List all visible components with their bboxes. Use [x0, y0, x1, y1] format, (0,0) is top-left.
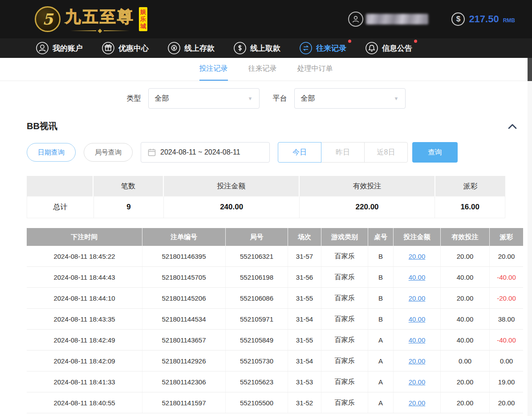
last-8-days-button[interactable]: 近8日 — [364, 142, 408, 163]
date-query-button[interactable]: 日期查询 — [27, 143, 76, 162]
payout: 20.00 — [490, 392, 523, 413]
payout: 20.00 — [490, 246, 523, 266]
table-no: A — [368, 330, 394, 350]
scrollbar[interactable] — [528, 58, 532, 416]
topbar-right: $ 217.50 RMB — [348, 12, 515, 27]
type-filter: 类型 全部 ▼ — [127, 88, 260, 109]
session: 31-53 — [288, 371, 321, 392]
col-header-valid-bet: 有效投注 — [441, 228, 490, 246]
search-button[interactable]: 查询 — [412, 142, 458, 163]
table-row: 2024-08-11 18:45:22521801146395552106321… — [27, 246, 523, 267]
bet-table-body: 2024-08-11 18:45:22521801146395552106321… — [27, 246, 523, 413]
valid-bet: 40.00 — [441, 309, 490, 329]
nav-item-deposit[interactable]: 线上存款 — [167, 41, 215, 55]
bet-time: 2024-08-11 18:40:55 — [27, 392, 142, 413]
balance[interactable]: $ 217.50 RMB — [451, 12, 515, 26]
tab-bet-records[interactable]: 投注记录 — [199, 58, 228, 81]
tab-processing-orders[interactable]: 处理中订单 — [297, 58, 333, 81]
withdraw-icon — [233, 41, 247, 55]
bet-table-header: 下注时间注单编号局号场次游戏类别桌号投注金额有效投注派彩 — [27, 228, 523, 246]
col-header-table-no: 桌号 — [368, 228, 394, 246]
col-header-payout: 派彩 — [490, 228, 523, 246]
payout: 0.00 — [490, 351, 523, 371]
valid-bet: 40.00 — [441, 267, 490, 287]
today-button[interactable]: 今日 — [278, 142, 321, 163]
platform-select[interactable]: 全部 ▼ — [294, 88, 406, 109]
bet-amount[interactable]: 40.00 — [394, 309, 441, 329]
bet-amount[interactable]: 20.00 — [394, 351, 441, 371]
payout: 38.00 — [490, 309, 523, 329]
summary-valid-bet-value: 220.00 — [300, 196, 435, 218]
type-select[interactable]: 全部 ▼ — [148, 88, 260, 109]
platform-filter: 平台 全部 ▼ — [273, 88, 406, 109]
valid-bet: 20.00 — [441, 392, 490, 413]
transfer-icon — [299, 41, 313, 55]
section-head: BB视讯 — [0, 120, 532, 132]
bet-amount[interactable]: 20.00 — [394, 371, 441, 392]
game-type: 百家乐 — [321, 392, 368, 413]
round-id: 552106198 — [226, 267, 288, 287]
nav-item-my-account[interactable]: 我的账户 — [36, 41, 83, 55]
emblem-glyph: 5 — [42, 10, 53, 28]
bet-time: 2024-08-11 18:45:22 — [27, 246, 142, 266]
col-header-round-id: 局号 — [226, 228, 288, 246]
bet-id: 521801142306 — [142, 371, 226, 392]
bet-amount[interactable]: 40.00 — [394, 267, 441, 287]
bet-time: 2024-08-11 18:42:09 — [27, 351, 142, 371]
table-no: A — [368, 392, 394, 413]
session: 31-57 — [288, 246, 321, 266]
filter-row: 类型 全部 ▼ 平台 全部 ▼ — [0, 88, 532, 109]
summary-payout-value: 16.00 — [435, 196, 505, 218]
bet-time: 2024-08-11 18:42:49 — [27, 330, 142, 350]
summary-header-valid-bet: 有效投注 — [300, 176, 435, 196]
session: 31-54 — [288, 309, 321, 329]
bet-amount[interactable]: 20.00 — [394, 246, 441, 266]
type-select-value: 全部 — [155, 94, 169, 103]
user-icon — [36, 41, 49, 55]
bell-icon — [365, 41, 378, 55]
game-type: 百家乐 — [321, 371, 368, 392]
table-row: 2024-08-11 18:44:10521801145206552106086… — [27, 288, 523, 309]
deposit-icon — [167, 41, 181, 55]
table-row: 2024-08-11 18:42:49521801143657552105849… — [27, 330, 523, 351]
session: 31-54 — [288, 351, 321, 371]
round-id: 552105849 — [226, 330, 288, 350]
collapse-section-button[interactable] — [508, 124, 517, 129]
query-controls: 日期查询 局号查询 2024-08-11 ~ 2024-08-11 今日 昨日 … — [0, 142, 532, 163]
summary-header-blank — [27, 176, 93, 196]
nav-item-transaction-records[interactable]: 往来记录 — [299, 41, 346, 55]
dollar-icon: $ — [451, 12, 465, 26]
bet-time: 2024-08-11 18:44:43 — [27, 267, 142, 287]
nav-item-promotions[interactable]: 优惠中心 — [102, 41, 149, 55]
nav-item-withdraw[interactable]: 线上取款 — [233, 41, 280, 55]
logo[interactable]: 5 九五至尊 娱乐城 — [35, 6, 147, 33]
logo-flourish — [70, 29, 130, 33]
user-account[interactable] — [348, 12, 428, 27]
nav-label: 我的账户 — [53, 43, 83, 53]
col-header-bet-amount: 投注金额 — [394, 228, 441, 246]
bet-amount[interactable]: 40.00 — [394, 330, 441, 350]
round-query-button[interactable]: 局号查询 — [84, 143, 133, 162]
username-blurred — [366, 14, 428, 24]
table-row: 2024-08-11 18:44:43521801145705552106198… — [27, 267, 523, 288]
date-range-input[interactable]: 2024-08-11 ~ 2024-08-11 — [141, 142, 270, 163]
bet-table: 下注时间注单编号局号场次游戏类别桌号投注金额有效投注派彩 2024-08-11 … — [27, 228, 523, 413]
logo-title: 九五至尊 — [65, 6, 134, 28]
bet-amount[interactable]: 20.00 — [394, 288, 441, 308]
round-id: 552105730 — [226, 351, 288, 371]
nav-label: 线上存款 — [184, 43, 215, 53]
bet-amount[interactable]: 20.00 — [394, 392, 441, 413]
nav-label: 往来记录 — [316, 43, 346, 53]
valid-bet: 0.00 — [441, 351, 490, 371]
tab-transaction-records[interactable]: 往来记录 — [248, 58, 277, 81]
bet-time: 2024-08-11 18:41:33 — [27, 371, 142, 392]
game-type: 百家乐 — [321, 267, 368, 287]
col-header-bet-time: 下注时间 — [27, 228, 142, 246]
nav-item-announcements[interactable]: 信息公告 — [365, 41, 412, 55]
gift-icon — [102, 41, 115, 55]
session: 31-55 — [288, 288, 321, 308]
col-header-game-type: 游戏类别 — [321, 228, 368, 246]
yesterday-button[interactable]: 昨日 — [321, 142, 365, 163]
payout: 19.00 — [490, 371, 523, 392]
scrollbar-thumb[interactable] — [528, 58, 532, 81]
